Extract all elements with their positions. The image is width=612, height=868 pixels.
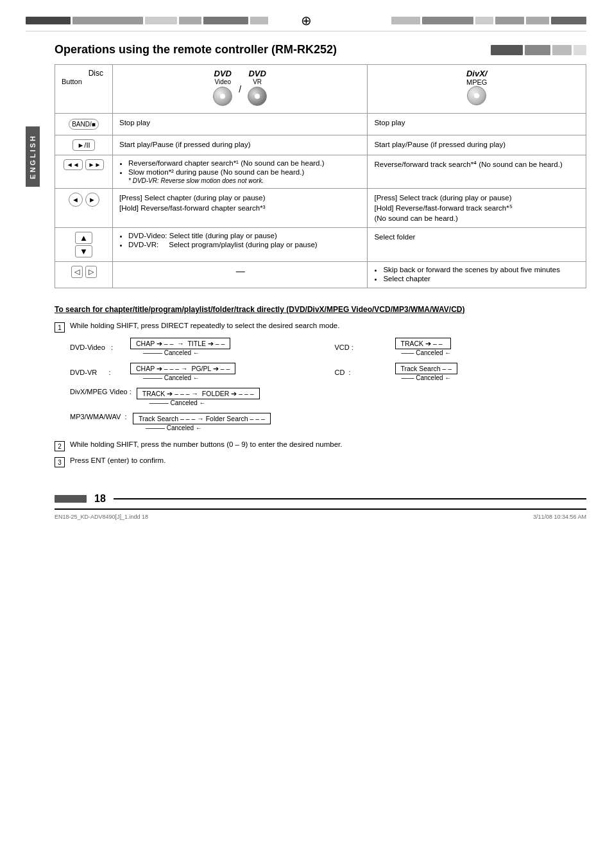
dvd-vr-disc-icon xyxy=(248,87,267,106)
rbar6 xyxy=(551,17,586,24)
button-label: Button xyxy=(62,78,106,85)
footer-text-row: EN18-25_KD-ADV8490[J]_1.indd 18 3/11/08 … xyxy=(55,514,586,520)
disc-label: Disc xyxy=(62,69,106,78)
search-step-2: 2 While holding SHIFT, press the number … xyxy=(55,440,586,451)
search-step-1: 1 While holding SHIFT, press DIRECT repe… xyxy=(55,322,586,333)
row5-divx-content: Select folder xyxy=(368,228,586,262)
col-dvd-header: DVD Video / DVD VR xyxy=(113,65,368,114)
bar6 xyxy=(250,17,268,24)
row6-button-icon: ◁ ▷ xyxy=(55,262,113,288)
mp3-flow-label: MP3/WMA/WAV : xyxy=(70,413,128,421)
tdbar2 xyxy=(525,45,550,55)
row3-dvd-content: Reverse/forward chapter search*¹ (No sou… xyxy=(113,155,368,189)
table-header-row: Disc Button DVD Video / xyxy=(55,65,586,114)
table-row: ▲ ▼ DVD-Video: Select title (during play… xyxy=(55,228,586,262)
divx-mpeg-flow-diagram: TRACK ➔ – – – → FOLDER ➔ – – – ——— Cance… xyxy=(137,388,260,406)
page: ⊕ ENGLISH Operations using the remote co… xyxy=(0,0,612,868)
dvd-video-flow-label: DVD-Video : xyxy=(70,343,128,351)
search-step-3: 3 Press ENT (enter) to confirm. xyxy=(55,456,586,467)
tdbar1 xyxy=(491,45,523,55)
dvd-video-disc-icon xyxy=(213,87,232,106)
operations-table: Disc Button DVD Video / xyxy=(55,64,586,288)
prev-icon: ◄ xyxy=(69,193,83,207)
gear-icon: ⊕ xyxy=(301,13,312,28)
col-divx-header: DivX/ MPEG xyxy=(368,65,586,114)
footer-bar: 18 xyxy=(55,493,586,510)
row6-divx-content: Skip back or forward the scenes by about… xyxy=(368,262,586,288)
table-row: BAND/■ Stop play Stop play xyxy=(55,114,586,135)
section-title-row: Operations using the remote controller (… xyxy=(55,43,586,56)
row4-divx-content: [Press] Select track (during play or pau… xyxy=(368,189,586,228)
table-row: ►/II Start play/Pause (if pressed during… xyxy=(55,135,586,155)
row3-button-icon: ◄◄ ►► xyxy=(55,155,113,189)
dvd-vr-logo: DVD VR xyxy=(246,69,268,109)
page-number: 18 xyxy=(94,493,106,505)
rbar2 xyxy=(422,17,473,24)
bar5 xyxy=(203,17,248,24)
col-disc-header: Disc Button xyxy=(55,65,113,114)
main-content: ENGLISH Operations using the remote cont… xyxy=(26,43,586,520)
flow-dvd-vr: DVD-VR : CHAP ➔ – – – → PG/PL ➔ – – ——— … xyxy=(70,363,322,381)
sidebar-label: ENGLISH xyxy=(29,134,37,179)
divx-mpeg-flow-label: DivX/MPEG Video : xyxy=(70,388,132,395)
step-1-number: 1 xyxy=(55,322,65,333)
row1-divx-content: Stop play xyxy=(368,114,586,135)
flow-mp3: MP3/WMA/WAV : Track Search – – – → Folde… xyxy=(70,413,322,431)
band-stop-icon: BAND/■ xyxy=(69,119,99,130)
row2-button-icon: ►/II xyxy=(55,135,113,155)
row2-dvd-content: Start play/Pause (if pressed during play… xyxy=(113,135,368,155)
dvd-vr-note: * DVD-VR: Reverse slow motion does not w… xyxy=(119,177,361,184)
row4-dvd-content: [Press] Select chapter (during play or p… xyxy=(113,189,368,228)
flow-vcd: VCD : TRACK ➔ – – —— Canceled ← xyxy=(335,338,587,356)
footer-line xyxy=(114,498,586,499)
rbar4 xyxy=(495,17,524,24)
rev-icon: ◄◄ xyxy=(64,159,83,170)
step-3-text: Press ENT (enter) to confirm. xyxy=(70,456,166,464)
file-info: EN18-25_KD-ADV8490[J]_1.indd 18 xyxy=(55,514,148,520)
bar3 xyxy=(145,17,177,24)
table-row: ◄ ► [Press] Select chapter (during play … xyxy=(55,189,586,228)
cd-flow-diagram: Track Search – – —— Canceled ← xyxy=(395,363,458,381)
up-arrow-icon: ▲ xyxy=(75,232,92,244)
english-sidebar: ENGLISH xyxy=(26,126,40,187)
footer-area: 18 EN18-25_KD-ADV8490[J]_1.indd 18 3/11/… xyxy=(55,493,586,520)
fwd-icon: ►► xyxy=(85,159,105,170)
left-flows: DVD-Video : CHAP ➔ – – → TITLE ➔ – – ———… xyxy=(70,338,322,435)
tdbar3 xyxy=(552,45,572,55)
tdbar4 xyxy=(574,45,586,55)
step-2-text: While holding SHIFT, press the number bu… xyxy=(70,440,342,448)
dvd-vr-flow-diagram: CHAP ➔ – – – → PG/PL ➔ – – ——— Canceled … xyxy=(130,363,235,381)
header-left-bars xyxy=(26,17,297,24)
gear-center: ⊕ xyxy=(301,13,312,28)
flow-diagrams: DVD-Video : CHAP ➔ – – → TITLE ➔ – – ———… xyxy=(70,338,586,435)
cd-flow-label: CD : xyxy=(335,369,393,376)
rbar1 xyxy=(391,17,420,24)
step-2-number: 2 xyxy=(55,441,65,451)
row4-button-icon: ◄ ► xyxy=(55,189,113,228)
table-row: ◁ ▷ — Skip back or forward the scenes by… xyxy=(55,262,586,288)
title-decoration xyxy=(491,45,586,55)
search-section-title: To search for chapter/title/program/play… xyxy=(55,304,586,315)
vcd-flow-diagram: TRACK ➔ – – —— Canceled ← xyxy=(395,338,452,356)
flow-cd: CD : Track Search – – —— Canceled ← xyxy=(335,363,587,381)
search-section: To search for chapter/title/program/play… xyxy=(55,304,586,467)
bar1 xyxy=(26,17,71,24)
dvd-vr-flow-label: DVD-VR : xyxy=(70,369,128,376)
row5-button-icon: ▲ ▼ xyxy=(55,228,113,262)
page-title: Operations using the remote controller (… xyxy=(55,43,491,56)
rbar5 xyxy=(526,17,549,24)
row6-dvd-content: — xyxy=(113,262,368,288)
right-flows: VCD : TRACK ➔ – – —— Canceled ← CD xyxy=(335,338,587,435)
play-pause-icon: ►/II xyxy=(72,139,94,151)
flow-divx-mpeg: DivX/MPEG Video : TRACK ➔ – – – → FOLDER… xyxy=(70,388,322,406)
divx-logo: DivX/ MPEG xyxy=(374,69,579,107)
row1-button-icon: BAND/■ xyxy=(55,114,113,135)
bar4 xyxy=(179,17,201,24)
scene-fwd-icon: ▷ xyxy=(85,266,97,278)
step-1-text: While holding SHIFT, press DIRECT repeat… xyxy=(70,322,339,329)
step-3-number: 3 xyxy=(55,457,65,467)
row3-divx-content: Reverse/forward track search*⁴ (No sound… xyxy=(368,155,586,189)
row2-divx-content: Start play/Pause (if pressed during play… xyxy=(368,135,586,155)
dvd-video-flow-diagram: CHAP ➔ – – → TITLE ➔ – – ——— Canceled ← xyxy=(130,338,230,356)
mp3-flow-diagram: Track Search – – – → Folder Search – – –… xyxy=(133,413,271,431)
